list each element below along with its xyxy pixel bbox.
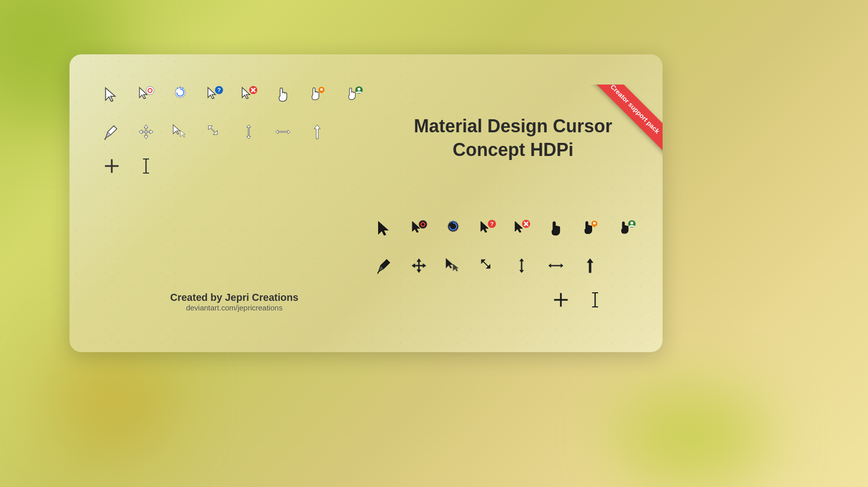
cursor-text-ibeam [134,154,158,178]
dark-cursor-move [407,254,431,278]
dark-cursor-arrow-combo [441,254,465,278]
cursor-crosshair [100,154,124,178]
dark-cursor-hand-user [612,213,642,244]
dark-cursor-section: ? [373,213,642,322]
cursor-resize-vh [237,120,261,144]
dark-cursor-resize-up [578,254,602,278]
cursor-resize-diagonal [202,120,227,144]
white-cursor-section: ? [100,79,370,188]
cursor-hand-location [305,83,329,107]
bg-blob-bottomleft [50,336,176,462]
cursor-resize-horizontal [271,120,295,144]
ribbon-wrap: Creator support pack [567,85,663,185]
creator-url: deviantart.com/jepricreations [170,303,299,312]
svg-line-7 [177,88,178,89]
dark-cursor-resize-vh [510,254,534,278]
cursor-row-1: ? [100,79,370,110]
dark-cursor-hand [544,216,568,240]
dark-cursor-arrow-help: ? [475,216,499,240]
dark-cursor-resize-horizontal [544,254,568,278]
cursor-resize-up [305,120,329,144]
cursor-arrow-help: ? [202,83,227,107]
svg-point-2 [149,89,152,92]
svg-text:?: ? [218,87,221,93]
svg-point-14 [320,88,323,91]
dark-cursor-crosshair [549,288,573,312]
dark-cursor-text-ibeam [583,288,607,312]
svg-line-40 [378,272,379,274]
creator-credit-section: Created by Jepri Creations deviantart.co… [170,292,299,312]
cursor-move [134,120,158,144]
svg-line-6 [183,88,184,89]
svg-point-39 [630,222,633,225]
bg-blob-bottomright [616,386,767,487]
dark-cursor-hand-location [578,216,602,240]
dark-cursor-loading [441,216,465,240]
svg-point-25 [422,223,424,226]
dark-cursor-arrow [373,216,397,240]
dark-cursor-arrow-circle [407,216,431,240]
svg-line-29 [456,221,457,223]
cursor-row-3 [100,154,370,178]
svg-line-30 [450,221,451,223]
dark-cursor-pen [373,254,397,278]
cursor-row-2 [100,120,370,144]
svg-point-37 [593,222,596,224]
cursor-arrow-combo [168,120,192,144]
dark-cursor-row-2 [373,254,642,278]
cursor-arrow-normal [100,83,124,107]
dark-cursor-arrow-error [510,216,534,240]
cursor-hand-user [339,79,370,110]
svg-line-17 [105,138,106,140]
dark-cursor-row-3 [373,288,642,312]
main-card: Creator support pack [69,54,663,352]
svg-point-16 [357,88,360,91]
cursor-arrow-circle [134,83,158,107]
creator-name: Created by Jepri Creations [170,292,299,303]
cursor-arrow-error [237,83,261,107]
cursor-hand-pointer [271,83,295,107]
cursor-pen [100,120,124,144]
dark-cursor-resize-diagonal [475,254,499,278]
svg-text:?: ? [490,221,494,227]
dark-cursor-row-1: ? [373,213,642,244]
cursor-loading [168,83,192,107]
creator-support-ribbon: Creator support pack [589,85,663,155]
